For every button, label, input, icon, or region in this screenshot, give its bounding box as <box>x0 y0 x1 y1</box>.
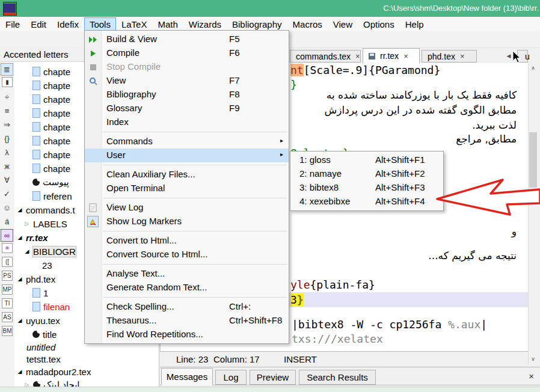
logic-icon[interactable]: ∀ <box>1 174 13 186</box>
persian-text-line: نتيجه می گيريم كه... <box>428 250 517 262</box>
expanded-icon[interactable]: ◢ <box>17 276 23 282</box>
tab-rr-tex[interactable]: rr.tex × <box>363 48 420 64</box>
file-icon <box>32 191 40 201</box>
pstricks-icon[interactable]: PS <box>2 271 13 281</box>
code-line: 3} <box>290 293 304 307</box>
code-line: nt[Scale=.9]{PGaramond} <box>290 63 440 78</box>
titlebar[interactable]: C:\Users\shm\Desktop\New folder (13)\bib… <box>0 0 540 17</box>
sidebar-icon-strip: ≣ ▮ ÷ ≡ ⇒ {} λ ж ∀ ✓ ☺ á ∞ ✳ ([ PS MP TI… <box>0 62 15 387</box>
arrows-icon[interactable]: ⇒ <box>1 118 13 131</box>
code-line: |bibtex8 -W -c cp1256fa %.aux| <box>292 317 487 332</box>
tools-menu-popup: Build & View F5 Compile F6 Stop Compile … <box>84 30 289 344</box>
menu-item-user[interactable]: User ▸ <box>85 149 289 162</box>
editor-statusbar: Line: 23 Column: 17 INSERT <box>160 351 528 367</box>
tab-search-results[interactable]: Search Results <box>299 370 376 385</box>
menu-math[interactable]: Math <box>152 17 183 31</box>
bookmark-icon[interactable]: ▮ <box>2 77 13 87</box>
menu-item-convert-source-html[interactable]: Convert Source to Html... <box>85 248 289 262</box>
close-icon[interactable]: × <box>355 52 360 61</box>
menu-file[interactable]: File <box>0 17 25 31</box>
accents-icon[interactable]: á <box>1 215 13 228</box>
close-icon[interactable]: × <box>460 52 465 61</box>
asterisk-icon[interactable]: ✳ <box>2 243 13 253</box>
file-icon <box>32 164 40 173</box>
menu-item-convert-html[interactable]: Convert to Html... <box>85 234 289 248</box>
expanded-icon[interactable]: ◢ <box>17 317 23 323</box>
infinity-icon[interactable]: ∞ <box>1 229 13 242</box>
expanded-icon[interactable]: ◢ <box>17 234 23 240</box>
menu-options[interactable]: Options <box>358 17 400 31</box>
metapost-icon[interactable]: MP <box>2 284 13 295</box>
menu-item-check-spelling[interactable]: Check Spelling... Ctrl+: <box>85 300 289 314</box>
menu-idefix[interactable]: Idefix <box>52 17 84 31</box>
file-icon <box>32 150 40 159</box>
menu-latex[interactable]: LaTeX <box>116 17 153 31</box>
brackets-icon[interactable]: ([ <box>2 257 13 267</box>
tree-item-madadpour[interactable]: ◢madadpour2.tex <box>14 365 160 378</box>
file-icon <box>32 67 40 76</box>
smiley-icon[interactable]: ☺ <box>1 201 13 214</box>
menu-item-thesaurus[interactable]: Thesaurus... Ctrl+Shift+F8 <box>85 314 289 328</box>
expanded-icon[interactable]: ◢ <box>17 207 23 213</box>
submenu-item-gloss[interactable]: 1: gloss Alt+Shift+F1 <box>290 153 443 167</box>
menu-bibliography[interactable]: Bibliography <box>227 17 287 31</box>
code-line: yle{plain-fa} <box>290 278 375 292</box>
user-submenu-popup: 1: gloss Alt+Shift+F1 2: namaye Alt+Shif… <box>290 151 444 211</box>
relations-icon[interactable]: ≡ <box>1 105 13 117</box>
submenu-item-namaye[interactable]: 2: namaye Alt+Shift+F2 <box>290 167 443 181</box>
beamer-icon[interactable]: BM <box>2 326 13 336</box>
menu-item-view-log[interactable]: View Log <box>85 201 289 215</box>
menu-item-compile[interactable]: Compile F6 <box>85 46 289 60</box>
menu-item-build-view[interactable]: Build & View F5 <box>85 32 289 46</box>
tikz-icon[interactable]: TI <box>2 298 13 308</box>
menu-item-glossary[interactable]: Glossary F9 <box>85 102 289 115</box>
file-icon <box>32 302 40 311</box>
menu-view[interactable]: View <box>328 17 358 31</box>
menu-help[interactable]: Help <box>400 17 429 31</box>
menu-item-bibliography[interactable]: Bibliography F8 <box>85 88 289 102</box>
menu-wizards[interactable]: Wizards <box>183 17 227 31</box>
window-title: C:\Users\shm\Desktop\New folder (13)\bib… <box>383 4 539 13</box>
menu-separator <box>103 198 287 198</box>
magnifier-icon <box>87 75 99 87</box>
tab-preview[interactable]: Preview <box>250 370 296 385</box>
expanded-icon[interactable]: ◢ <box>17 369 23 375</box>
menu-item-commands[interactable]: Commands ▸ <box>85 135 289 149</box>
mouse-cursor-icon <box>512 51 521 63</box>
tab-commands-tex[interactable]: commands.tex × <box>290 50 361 63</box>
menu-item-clean-auxiliary[interactable]: Clean Auxiliary Files... <box>85 168 289 182</box>
menu-item-generate-random-text[interactable]: Generate Random Text... <box>85 281 289 295</box>
persian-text-line: كافيه فقط يک بار با يوزركامند ساخته شده … <box>327 89 517 101</box>
scroll-up-icon[interactable]: ∧ <box>529 63 538 73</box>
code-line: } <box>290 78 297 92</box>
greek-icon[interactable]: λ <box>1 146 13 159</box>
menu-tools[interactable]: Tools <box>84 17 116 31</box>
close-icon[interactable]: × <box>403 52 408 61</box>
delimiters-icon[interactable]: {} <box>1 132 13 145</box>
division-icon[interactable]: ÷ <box>1 91 13 103</box>
menu-item-find-word-repetitions[interactable]: Find Word Repetitions... <box>85 328 289 341</box>
cyrillic-icon[interactable]: ж <box>1 160 13 173</box>
structure-icon[interactable]: ≣ <box>1 63 13 76</box>
menu-item-show-log-markers[interactable]: Show Log Markers <box>85 215 289 228</box>
scroll-down-icon[interactable]: ∨ <box>529 354 538 364</box>
menu-separator <box>103 132 287 132</box>
tab-log[interactable]: Log <box>215 370 247 385</box>
menu-item-open-terminal[interactable]: Open Terminal <box>85 182 289 195</box>
menu-macros[interactable]: Macros <box>287 17 328 31</box>
menu-item-index[interactable]: Index <box>85 115 289 129</box>
collapsed-icon[interactable]: ▷ <box>24 221 30 227</box>
tab-messages[interactable]: Messages <box>161 368 213 385</box>
menu-item-analyse-text[interactable]: Analyse Text... <box>85 267 289 281</box>
close-panel-icon[interactable]: × <box>529 371 534 381</box>
tab-phd-tex[interactable]: phd.tex × <box>422 50 477 63</box>
expanded-icon[interactable]: ◢ <box>24 248 30 254</box>
asymptote-icon[interactable]: AS <box>2 312 13 322</box>
submenu-item-bibtex8[interactable]: 3: bibtex8 Alt+Shift+F3 <box>290 181 443 195</box>
tree-item-tetstt[interactable]: tetstt.tex <box>14 352 170 366</box>
status-column: Column: 17 <box>213 354 260 364</box>
menu-edit[interactable]: Edit <box>25 17 52 31</box>
submenu-item-xexebibxe[interactable]: 4: xexebibxe Alt+Shift+F4 <box>290 195 443 209</box>
menu-item-view[interactable]: View F7 <box>85 74 289 88</box>
check-icon[interactable]: ✓ <box>1 188 13 200</box>
